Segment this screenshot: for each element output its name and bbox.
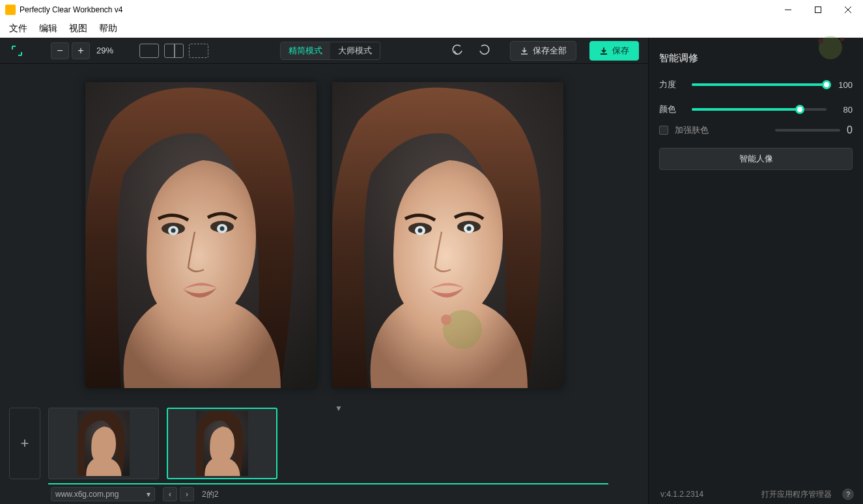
skintone-slider[interactable] xyxy=(775,129,840,132)
zoom-in-button[interactable]: + xyxy=(72,42,90,59)
open-app-manager-link[interactable]: 打开应用程序管理器 xyxy=(761,489,832,500)
svg-point-17 xyxy=(441,315,451,325)
filename-dropdown[interactable]: www.x6g.com.png ▾ xyxy=(51,487,155,501)
view-single-button[interactable] xyxy=(139,44,159,58)
view-crop-button[interactable] xyxy=(189,44,208,58)
maximize-button[interactable] xyxy=(803,0,833,20)
thumbnail-1[interactable] xyxy=(48,408,159,479)
filmstrip: ▼ + www.x6g.com.png ▾ ‹ › 2的2 xyxy=(0,406,648,504)
menu-edit[interactable]: 编辑 xyxy=(39,23,57,35)
menu-bar: 文件 编辑 视图 帮助 xyxy=(0,20,863,38)
mode-master-tab[interactable]: 大师模式 xyxy=(330,42,380,59)
menu-help[interactable]: 帮助 xyxy=(99,23,117,35)
preview-before[interactable] xyxy=(85,82,317,388)
svg-point-9 xyxy=(219,227,224,231)
strength-value: 100 xyxy=(833,80,853,90)
logo-icon[interactable] xyxy=(9,43,25,59)
strength-label: 力度 xyxy=(659,79,685,91)
preview-canvas xyxy=(0,64,648,406)
svg-point-20 xyxy=(840,37,844,41)
app-icon xyxy=(5,5,16,15)
download-icon xyxy=(599,46,608,55)
help-icon[interactable]: ? xyxy=(842,488,854,500)
window-title: Perfectly Clear Workbench v4 xyxy=(20,5,773,14)
download-icon xyxy=(520,46,529,55)
marker-icon: ▼ xyxy=(335,404,343,413)
color-value: 80 xyxy=(833,105,853,115)
add-image-button[interactable]: + xyxy=(9,408,40,479)
strength-slider[interactable] xyxy=(692,83,827,86)
menu-view[interactable]: 视图 xyxy=(69,23,87,35)
zoom-level: 29% xyxy=(96,46,113,55)
mode-simple-tab[interactable]: 精简模式 xyxy=(281,42,330,59)
zoom-out-button[interactable]: − xyxy=(51,42,69,59)
svg-point-15 xyxy=(466,227,471,231)
save-button[interactable]: 保存 xyxy=(589,41,639,61)
prev-image-button[interactable]: ‹ xyxy=(163,487,177,501)
svg-rect-1 xyxy=(815,7,821,13)
svg-point-19 xyxy=(818,38,823,44)
save-all-button[interactable]: 保存全部 xyxy=(510,41,576,61)
save-label: 保存 xyxy=(612,45,629,57)
preview-after[interactable] xyxy=(332,82,563,388)
chevron-down-icon: ▾ xyxy=(147,490,150,499)
redo-button[interactable] xyxy=(477,43,490,59)
filename-label: www.x6g.com.png xyxy=(55,490,119,499)
minimize-button[interactable] xyxy=(773,0,803,20)
adjust-panel: 智能调修 力度 100 颜色 80 加强肤色 0 xyxy=(648,38,863,504)
skintone-value: 0 xyxy=(847,124,853,136)
close-button[interactable] xyxy=(833,0,863,20)
menu-file[interactable]: 文件 xyxy=(9,23,27,35)
watermark-splash-icon xyxy=(804,31,856,64)
svg-point-8 xyxy=(171,229,175,233)
next-image-button[interactable]: › xyxy=(180,487,194,501)
undo-button[interactable] xyxy=(451,43,464,59)
save-all-label: 保存全部 xyxy=(533,45,567,57)
svg-point-14 xyxy=(417,229,422,233)
color-label: 颜色 xyxy=(659,104,685,115)
skintone-checkbox[interactable] xyxy=(659,126,668,135)
smart-portrait-button[interactable]: 智能人像 xyxy=(659,148,853,170)
image-counter: 2的2 xyxy=(202,489,218,500)
main-toolbar: − + 29% 精简模式 大师模式 保存全部 xyxy=(0,38,648,64)
version-label: v:4.1.2.2314 xyxy=(660,490,703,499)
title-bar: Perfectly Clear Workbench v4 xyxy=(0,0,863,20)
mode-switch: 精简模式 大师模式 xyxy=(280,42,380,60)
panel-title: 智能调修 xyxy=(659,52,698,63)
skintone-label: 加强肤色 xyxy=(675,124,769,136)
view-split-button[interactable] xyxy=(164,44,184,58)
thumbnail-2[interactable] xyxy=(167,408,277,479)
color-slider[interactable] xyxy=(692,108,827,111)
